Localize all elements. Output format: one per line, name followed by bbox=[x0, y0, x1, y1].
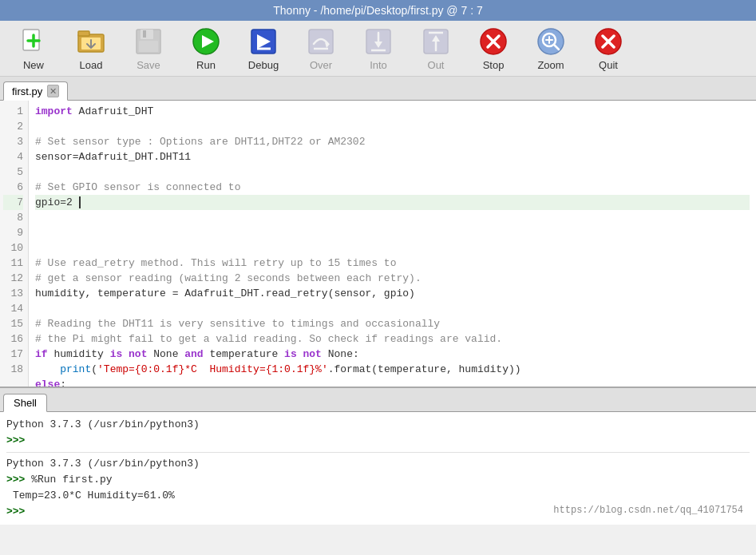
run-icon bbox=[190, 26, 222, 57]
save-label: Save bbox=[137, 59, 160, 71]
load-button[interactable]: Load bbox=[64, 24, 118, 73]
run-label: Run bbox=[196, 59, 216, 71]
debug-button[interactable]: Debug bbox=[236, 24, 291, 73]
new-button[interactable]: New bbox=[6, 24, 61, 73]
svg-rect-8 bbox=[141, 30, 153, 39]
code-editor[interactable]: import Adafruit_DHT # Set sensor type : … bbox=[29, 101, 756, 387]
svg-point-30 bbox=[538, 29, 564, 54]
window-title: Thonny - /home/pi/Desktop/first.py @ 7 :… bbox=[273, 4, 482, 17]
editor-tab-bar: first.py ✕ bbox=[0, 77, 756, 101]
stop-button[interactable]: Stop bbox=[466, 24, 520, 73]
shell-container: Shell Python 3.7.3 (/usr/bin/python3) >>… bbox=[0, 388, 756, 525]
tab-filename: first.py bbox=[12, 85, 42, 97]
save-button[interactable]: Save bbox=[121, 24, 176, 73]
zoom-icon bbox=[535, 26, 567, 57]
shell-prompt-symbol-2: >>> bbox=[6, 474, 25, 486]
shell-result: Temp=23.0*C Humidity=61.0% bbox=[6, 488, 750, 504]
into-button[interactable]: Into bbox=[351, 24, 406, 73]
svg-rect-10 bbox=[143, 30, 146, 38]
into-icon bbox=[362, 26, 394, 57]
shell-url: https://blog.csdn.net/qq_41071754 bbox=[553, 502, 750, 518]
over-label: Over bbox=[310, 59, 332, 71]
quit-icon bbox=[592, 26, 624, 57]
title-bar: Thonny - /home/pi/Desktop/first.py @ 7 :… bbox=[0, 0, 756, 21]
shell-separator bbox=[6, 452, 750, 453]
out-icon bbox=[420, 26, 452, 57]
editor-area: 12345 678910 1112131415 161718 import Ad… bbox=[0, 101, 756, 388]
quit-label: Quit bbox=[599, 59, 618, 71]
shell-run-line: >>> %Run first.py bbox=[6, 472, 750, 488]
shell-content[interactable]: Python 3.7.3 (/usr/bin/python3) >>> Pyth… bbox=[0, 412, 756, 525]
new-label: New bbox=[23, 59, 44, 71]
shell-tab-bar: Shell bbox=[0, 388, 756, 412]
run-button[interactable]: Run bbox=[179, 24, 233, 73]
load-label: Load bbox=[80, 59, 103, 71]
debug-icon bbox=[247, 26, 279, 57]
load-icon bbox=[75, 26, 107, 57]
editor-tab-firstpy[interactable]: first.py ✕ bbox=[3, 81, 68, 101]
shell-prompt-symbol-1: >>> bbox=[6, 434, 25, 446]
save-icon bbox=[133, 26, 164, 57]
over-button[interactable]: Over bbox=[294, 24, 348, 73]
tab-close-button[interactable]: ✕ bbox=[47, 85, 59, 97]
shell-tab-label: Shell bbox=[14, 397, 37, 409]
out-label: Out bbox=[428, 59, 445, 71]
shell-tab[interactable]: Shell bbox=[3, 394, 47, 412]
svg-rect-9 bbox=[139, 41, 158, 52]
shell-python-version-2: Python 3.7.3 (/usr/bin/python3) bbox=[6, 456, 750, 472]
stop-icon bbox=[477, 26, 509, 57]
toolbar: New Load Save bbox=[0, 21, 756, 77]
shell-python-version-1: Python 3.7.3 (/usr/bin/python3) bbox=[6, 417, 750, 433]
over-icon bbox=[305, 26, 337, 57]
shell-command: %Run first.py bbox=[31, 474, 112, 486]
debug-label: Debug bbox=[248, 59, 279, 71]
line-numbers: 12345 678910 1112131415 161718 bbox=[0, 101, 29, 387]
out-button[interactable]: Out bbox=[409, 24, 463, 73]
shell-prompt-1: >>> bbox=[6, 433, 750, 449]
svg-rect-16 bbox=[309, 30, 333, 54]
svg-rect-4 bbox=[78, 31, 89, 36]
new-icon bbox=[18, 26, 49, 57]
zoom-button[interactable]: Zoom bbox=[524, 24, 578, 73]
stop-label: Stop bbox=[483, 59, 505, 71]
shell-prompt-symbol-3: >>> bbox=[6, 505, 25, 517]
zoom-label: Zoom bbox=[537, 59, 564, 71]
into-label: Into bbox=[370, 59, 387, 71]
quit-button[interactable]: Quit bbox=[581, 24, 635, 73]
